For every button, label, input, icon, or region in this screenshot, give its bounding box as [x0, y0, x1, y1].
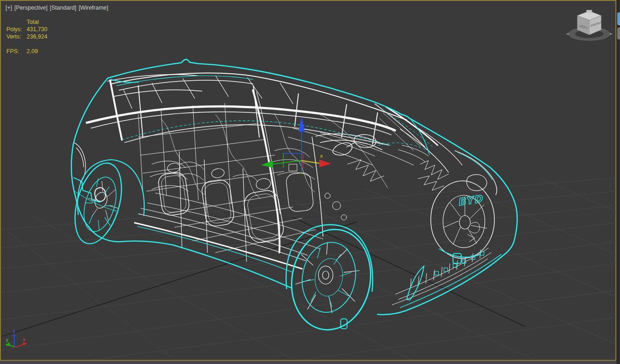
statistics-header: Total — [27, 18, 39, 26]
viewport-canvas[interactable]: BYD x — [2, 2, 616, 360]
tripod-x-label: x — [23, 337, 25, 342]
perspective-viewport[interactable]: BYD x [+] [Perspective — [0, 0, 616, 361]
command-panel-edge-blue-fragment — [617, 12, 620, 25]
tripod-x-arrow — [23, 342, 27, 346]
car-wireframe-model[interactable]: BYD — [67, 60, 517, 336]
car-wheel-rear[interactable] — [67, 158, 130, 249]
viewport-pov-menu[interactable]: [Perspective] — [14, 5, 47, 11]
verts-value: 236,924 — [27, 33, 47, 40]
viewport-preset-menu[interactable]: [Standard] — [50, 5, 77, 11]
byd-badge-text: BYD — [457, 193, 484, 208]
statistics-fps-row: FPS: 2.09 — [6, 48, 47, 55]
fps-label: FPS: — [6, 48, 27, 55]
tripod-x-axis — [14, 344, 24, 347]
command-panel-edge-gray-fragment — [617, 28, 620, 39]
car-body-outline[interactable] — [72, 60, 517, 329]
tripod-z-label: z — [13, 329, 15, 334]
move-gizmo[interactable]: x — [261, 116, 331, 172]
viewport-general-menu[interactable]: [+] — [6, 5, 12, 11]
statistics-verts-row: Verts: 236,924 — [6, 33, 47, 40]
polys-label: Polys: — [6, 26, 27, 33]
world-axis-tripod: z y x — [3, 326, 36, 359]
status-bar-edge — [0, 361, 616, 364]
viewport-label: [+] [Perspective] [Standard] [Wireframe] — [6, 5, 108, 11]
statistics-polys-row: Polys: 431,730 — [6, 26, 47, 33]
home-grid — [2, 178, 616, 360]
max-viewport-screen: { "viewport": { "menu_plus": "[+]", "men… — [0, 0, 620, 364]
viewcube-cube[interactable]: LEFT FRONT — [577, 10, 602, 35]
viewport-shading-menu[interactable]: [Wireframe] — [78, 5, 108, 11]
verts-label: Verts: — [6, 33, 27, 40]
fps-value: 2.09 — [27, 48, 38, 55]
tripod-y-label: y — [6, 337, 8, 342]
polys-value: 431,730 — [27, 26, 47, 33]
command-panel-edge — [616, 0, 620, 364]
statistics-overlay: Total Polys: 431,730 Verts: 236,924 FPS:… — [6, 18, 47, 55]
gizmo-x-arrow[interactable]: x — [302, 153, 331, 167]
car-wheel-front[interactable] — [284, 223, 378, 336]
byd-badge[interactable]: BYD — [457, 193, 484, 208]
viewcube[interactable]: LEFT FRONT — [564, 3, 615, 52]
gizmo-x-label: x — [320, 153, 323, 159]
gizmo-center-box[interactable] — [289, 164, 297, 171]
tripod-y-arrow — [5, 342, 10, 346]
viewcube-top-notch — [586, 10, 592, 12]
